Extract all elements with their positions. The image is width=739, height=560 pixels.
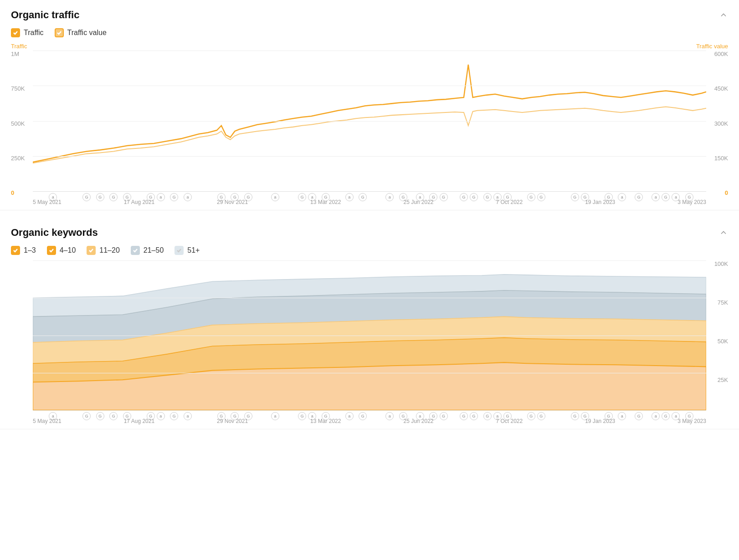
kw-y-axis-right: 100K 75K 50K 25K	[714, 260, 728, 424]
kw-plot-area: a G G G G G a G a G G G a G a G a G a G	[33, 260, 706, 411]
x-label-2: 29 Nov 2021	[217, 199, 248, 205]
organic-traffic-header: Organic traffic	[11, 9, 728, 21]
label-51plus: 51+	[187, 246, 200, 255]
y-label-left-1: 750K	[11, 85, 25, 92]
traffic-checkbox[interactable]	[11, 28, 20, 37]
kw-y-right-1: 75K	[718, 299, 728, 306]
kw-x-label-5: 7 Oct 2022	[496, 418, 523, 424]
chart-axis-labels: Traffic Traffic value	[11, 43, 728, 50]
organic-keywords-title: Organic keywords	[11, 227, 98, 239]
checkbox-4-10[interactable]	[47, 246, 56, 255]
kw-x-label-3: 13 Mar 2022	[310, 418, 341, 424]
legend-11-20[interactable]: 11–20	[87, 246, 120, 255]
traffic-chart: 1M 750K 500K 250K 0 600K 450K 300K 150K …	[11, 51, 728, 205]
kw-x-label-7: 3 May 2023	[677, 418, 706, 424]
traffic-legend: Traffic Traffic value	[11, 28, 728, 37]
kw-x-label-1: 17 Aug 2021	[124, 418, 154, 424]
legend-label-traffic-value: Traffic value	[67, 29, 107, 37]
organic-traffic-section: Organic traffic Traffic Traffic value Tr…	[0, 0, 739, 210]
x-label-0: 5 May 2021	[33, 199, 62, 205]
y-label-right-2: 300K	[714, 120, 728, 127]
axis-right-label: Traffic value	[696, 43, 728, 50]
y-label-right-4: 0	[725, 189, 728, 196]
organic-traffic-title: Organic traffic	[11, 9, 79, 21]
checkbox-11-20[interactable]	[87, 246, 96, 255]
x-label-7: 3 May 2023	[677, 199, 706, 205]
collapse-keywords-icon[interactable]	[719, 228, 728, 237]
label-1-3: 1–3	[24, 246, 36, 255]
keywords-legend: 1–3 4–10 11–20 21–50 51+	[11, 246, 728, 255]
legend-51plus[interactable]: 51+	[174, 246, 200, 255]
kw-x-label-6: 19 Jan 2023	[585, 418, 615, 424]
y-label-left-3: 250K	[11, 155, 25, 162]
x-label-6: 19 Jan 2023	[585, 199, 615, 205]
y-label-right-1: 450K	[714, 85, 728, 92]
y-label-left-2: 500K	[11, 120, 25, 127]
traffic-value-checkbox[interactable]	[55, 28, 64, 37]
y-axis-right: 600K 450K 300K 150K 0	[714, 51, 728, 205]
checkbox-51plus[interactable]	[174, 246, 184, 255]
label-21-50: 21–50	[144, 246, 164, 255]
axis-left-label: Traffic	[11, 43, 27, 50]
kw-y-right-3: 25K	[718, 377, 728, 383]
keywords-chart: 100K 75K 50K 25K	[11, 260, 728, 424]
y-label-right-3: 150K	[714, 155, 728, 162]
x-label-5: 7 Oct 2022	[496, 199, 523, 205]
kw-y-right-0: 100K	[714, 260, 728, 267]
y-label-left-0: 1M	[11, 51, 25, 57]
kw-x-label-2: 29 Nov 2021	[217, 418, 248, 424]
organic-keywords-header: Organic keywords	[11, 227, 728, 239]
legend-1-3[interactable]: 1–3	[11, 246, 36, 255]
x-label-4: 25 Jun 2022	[403, 199, 433, 205]
traffic-plot-area: a G G G G G a G a G G G a G a G a G a G	[33, 51, 706, 192]
legend-item-traffic-value[interactable]: Traffic value	[55, 28, 107, 37]
x-axis-traffic: 5 May 2021 17 Aug 2021 29 Nov 2021 13 Ma…	[33, 199, 706, 205]
organic-keywords-section: Organic keywords 1–3 4–10 11–20	[0, 218, 739, 429]
legend-21-50[interactable]: 21–50	[131, 246, 164, 255]
y-axis-left: 1M 750K 500K 250K 0	[11, 51, 25, 205]
legend-label-traffic: Traffic	[24, 29, 44, 37]
collapse-icon[interactable]	[719, 10, 728, 20]
legend-item-traffic[interactable]: Traffic	[11, 28, 44, 37]
x-label-1: 17 Aug 2021	[124, 199, 154, 205]
checkbox-21-50[interactable]	[131, 246, 140, 255]
legend-4-10[interactable]: 4–10	[47, 246, 76, 255]
y-label-right-0: 600K	[714, 51, 728, 57]
kw-x-label-0: 5 May 2021	[33, 418, 62, 424]
kw-y-right-2: 50K	[718, 338, 728, 345]
label-4-10: 4–10	[60, 246, 76, 255]
checkbox-1-3[interactable]	[11, 246, 20, 255]
x-label-3: 13 Mar 2022	[310, 199, 341, 205]
label-11-20: 11–20	[99, 246, 120, 255]
x-axis-keywords: 5 May 2021 17 Aug 2021 29 Nov 2021 13 Ma…	[33, 418, 706, 424]
kw-x-label-4: 25 Jun 2022	[403, 418, 433, 424]
y-label-left-4: 0	[11, 189, 25, 196]
